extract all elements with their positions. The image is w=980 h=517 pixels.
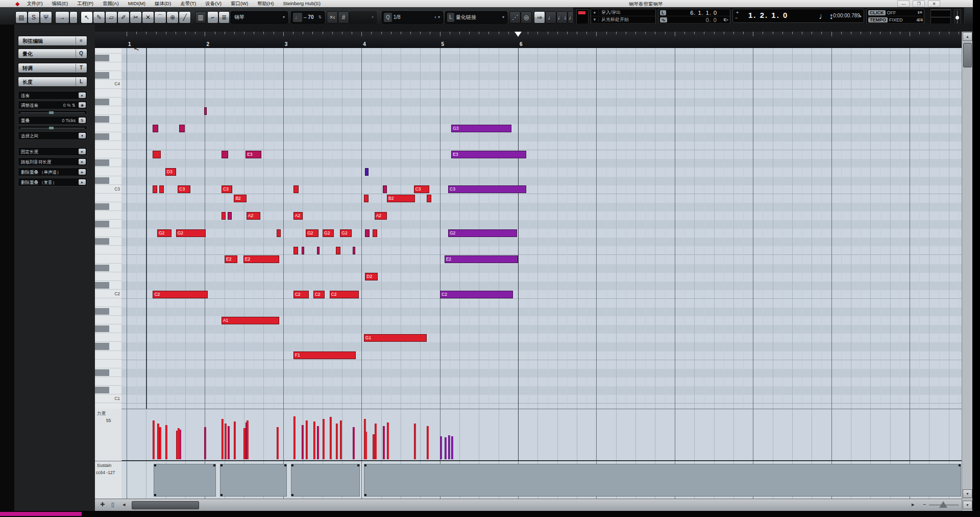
quantize-preset-dropdown[interactable]: Q1/8◐ ▾	[382, 11, 443, 24]
step-input-button[interactable]: ×‹	[327, 11, 338, 24]
piano-key-black[interactable]	[95, 281, 121, 290]
sustain-handle[interactable]	[154, 494, 156, 496]
midi-note[interactable]	[336, 247, 340, 254]
sustain-handle[interactable]	[284, 464, 286, 466]
step-input-options-dropdown[interactable]: ▾	[349, 11, 377, 24]
midi-note[interactable]: G2	[340, 229, 351, 237]
midi-note[interactable]	[383, 185, 387, 193]
midi-note[interactable]	[365, 168, 369, 176]
velocity-bar[interactable]	[427, 426, 429, 459]
velocity-bar[interactable]	[153, 420, 155, 460]
mini-fader-knob[interactable]	[955, 16, 959, 19]
midi-note[interactable]	[204, 107, 207, 115]
punch-glyph[interactable]: ‖▷	[717, 17, 730, 22]
velocity-bar[interactable]	[323, 419, 325, 459]
inspector-row-button[interactable]: ◉	[79, 102, 86, 108]
piano-key-white[interactable]: C3	[95, 185, 121, 194]
piano-key-white[interactable]: C1	[95, 395, 121, 403]
velocity-bar[interactable]	[159, 427, 161, 459]
midi-note[interactable]	[153, 125, 158, 132]
midi-note[interactable]: E3	[246, 151, 261, 158]
piano-key-black[interactable]	[95, 159, 121, 167]
piano-key-white[interactable]	[95, 194, 121, 202]
midi-note[interactable]	[427, 195, 431, 202]
split-tool[interactable]: ✂	[130, 11, 142, 24]
piano-key-black[interactable]	[95, 133, 121, 141]
inspector-function-row[interactable]: 删除重叠 （单声道）▸	[18, 168, 87, 176]
velocity-bar[interactable]	[414, 424, 416, 459]
sustain-event-block[interactable]	[291, 464, 360, 497]
sustain-event-block[interactable]	[220, 464, 287, 497]
midi-note[interactable]: G2	[157, 229, 172, 237]
track-color-dropdown[interactable]: 钢琴▾	[231, 11, 288, 24]
inspector-row-button[interactable]: ▸	[79, 92, 86, 98]
trim-tool[interactable]: ✐	[117, 11, 130, 24]
velocity-bar[interactable]	[222, 425, 224, 460]
velocity-bar[interactable]	[387, 422, 389, 459]
show-part-borders-button[interactable]: ⌐	[207, 11, 218, 24]
v-scroll-down-button[interactable]: ▼	[963, 489, 972, 498]
midi-note[interactable]: C2	[440, 291, 513, 298]
piano-key-black[interactable]	[95, 369, 121, 377]
insert-velocity-field[interactable]: ♩– 70⇅	[291, 11, 325, 24]
velocity-bar[interactable]	[330, 417, 332, 459]
velocity-bar[interactable]	[448, 438, 450, 459]
midi-note[interactable]: B2	[234, 195, 247, 202]
midi-note[interactable]: C3	[178, 185, 190, 193]
vertical-scrollbar[interactable]: ▲▼▼	[962, 32, 972, 511]
piano-key-black[interactable]	[95, 115, 121, 124]
midi-note[interactable]	[222, 151, 229, 158]
menu-item[interactable]: 媒体(D)	[155, 1, 171, 7]
sustain-handle[interactable]	[364, 464, 366, 466]
inspector-function-row[interactable]: 删除重叠 （复音）▸	[18, 178, 87, 186]
draw-tool[interactable]: ✎	[93, 11, 105, 24]
velocity-bar[interactable]	[302, 425, 304, 460]
piano-key-white[interactable]	[95, 246, 121, 254]
acoustic-feedback-button[interactable]: Ψ	[40, 11, 52, 24]
midi-note[interactable]: A2	[293, 212, 303, 220]
zoom-tool[interactable]: ⊕	[166, 11, 179, 24]
midi-note[interactable]	[317, 247, 320, 254]
inspector-row[interactable]: 重叠0 Ticks⇅	[18, 116, 87, 125]
piano-key-black[interactable]	[95, 54, 121, 62]
autoscroll-options-button[interactable]: ·	[69, 11, 78, 24]
midi-note[interactable]: C2	[313, 291, 325, 298]
inspector-tab-q[interactable]: 量化Q	[18, 49, 87, 59]
note-grid[interactable]: ↖G3E3E3D3C3C3C3C3B2B2A2A2A2G2G2G2G2G2G2E…	[121, 48, 962, 409]
tempo-row[interactable]: TEMPOFIXED4/4	[867, 16, 924, 24]
midi-note[interactable]: E2	[445, 255, 518, 263]
sustain-handle[interactable]	[213, 464, 215, 466]
menu-item[interactable]: 工程(P)	[77, 1, 93, 7]
piano-key-black[interactable]	[95, 386, 121, 394]
v-scroll-thumb[interactable]	[963, 43, 972, 67]
velocity-bar[interactable]	[340, 420, 342, 460]
locator-row[interactable]: L6. 1. 1. 0	[658, 9, 730, 16]
piano-key-white[interactable]	[95, 142, 121, 150]
inspector-slider[interactable]	[18, 126, 87, 130]
midi-note[interactable]: C2	[293, 291, 309, 298]
midi-note[interactable]: E3	[451, 151, 526, 158]
piano-key-black[interactable]	[95, 238, 121, 246]
length-link-button[interactable]: ⇒	[534, 11, 545, 24]
piano-key-black[interactable]	[95, 342, 121, 350]
piano-key-white[interactable]	[95, 150, 121, 158]
inspector-row[interactable]: 连奏▸	[18, 91, 87, 100]
object-selection-tool[interactable]: ↖	[81, 11, 93, 24]
midi-note[interactable]: B2	[387, 195, 415, 202]
velocity-bar[interactable]	[440, 436, 442, 459]
piano-key-black[interactable]	[95, 264, 121, 272]
piano-key-white[interactable]	[95, 255, 121, 263]
sustain-handle[interactable]	[291, 464, 293, 466]
midi-note[interactable]: C2	[153, 291, 207, 298]
sustain-handle[interactable]	[291, 494, 293, 496]
piano-key-white[interactable]	[95, 107, 121, 115]
sustain-handle[interactable]	[364, 494, 366, 496]
velocity-bar[interactable]	[293, 416, 296, 459]
edit-active-part-only-button[interactable]: ≣	[218, 11, 230, 24]
piano-key-white[interactable]	[95, 404, 121, 409]
piano-key-black[interactable]	[95, 177, 121, 185]
note-quarter-button[interactable]: ♩	[545, 11, 556, 24]
quantize-panel-button[interactable]: ⋰	[509, 11, 521, 24]
piano-key-white[interactable]	[95, 212, 121, 220]
midi-note[interactable]	[153, 185, 157, 193]
